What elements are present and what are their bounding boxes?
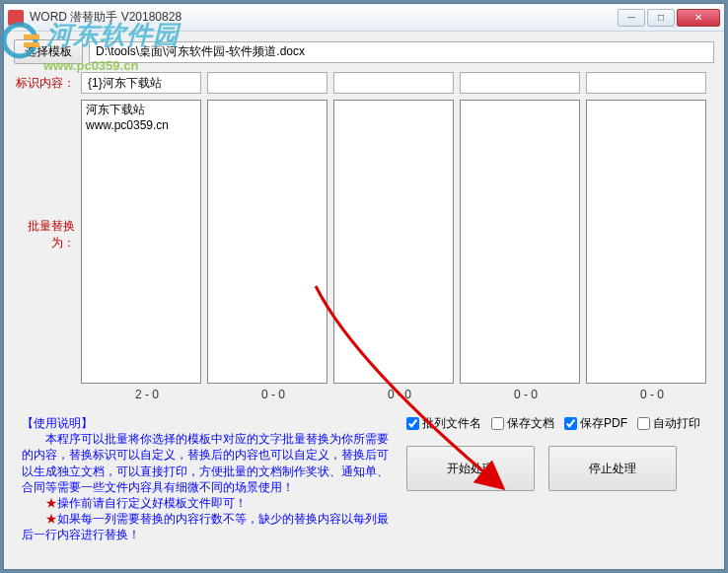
select-template-button[interactable]: 选择模板 (14, 39, 83, 64)
template-path-input[interactable] (89, 41, 714, 63)
close-button[interactable]: ✕ (677, 9, 720, 27)
app-icon (8, 10, 24, 26)
checkbox-savepdf[interactable]: 保存PDF (564, 415, 627, 432)
ident-input-1[interactable] (81, 72, 201, 94)
ident-input-5[interactable] (586, 72, 706, 94)
replace-list-3[interactable] (333, 100, 454, 384)
replace-list-5[interactable] (586, 100, 706, 384)
minimize-button[interactable]: ─ (618, 9, 645, 27)
checkbox-filename[interactable]: 批列文件名 (406, 415, 481, 432)
ident-input-4[interactable] (460, 72, 580, 94)
maximize-button[interactable]: □ (647, 9, 675, 27)
replace-list-1[interactable]: 河东下载站 www.pc0359.cn (81, 100, 201, 384)
count-1: 2 - 0 (87, 388, 207, 401)
checkbox-savedoc[interactable]: 保存文档 (491, 415, 554, 432)
replace-list-2[interactable] (207, 100, 328, 384)
ident-label: 标识内容： (14, 75, 81, 92)
replace-list-4[interactable] (460, 100, 580, 384)
count-2: 0 - 0 (213, 388, 333, 401)
window-title: WORD 潜替助手 V20180828 (30, 9, 618, 26)
start-button[interactable]: 开始处理 (406, 446, 535, 491)
app-window: WORD 潜替助手 V20180828 ─ □ ✕ 选择模板 标识内容： 批量替… (3, 3, 725, 570)
count-5: 0 - 0 (592, 388, 712, 401)
stop-button[interactable]: 停止处理 (548, 446, 677, 491)
batch-label: 批量替换为： (14, 100, 81, 384)
instructions: 【使用说明】 本程序可以批量将你选择的模板中对应的文字批量替换为你所需要的内容，… (14, 415, 399, 543)
count-3: 0 - 0 (339, 388, 460, 401)
titlebar: WORD 潜替助手 V20180828 ─ □ ✕ (4, 4, 724, 32)
checkbox-autoprint[interactable]: 自动打印 (637, 415, 700, 432)
ident-input-3[interactable] (333, 72, 454, 94)
ident-input-2[interactable] (207, 72, 328, 94)
count-4: 0 - 0 (466, 388, 586, 401)
